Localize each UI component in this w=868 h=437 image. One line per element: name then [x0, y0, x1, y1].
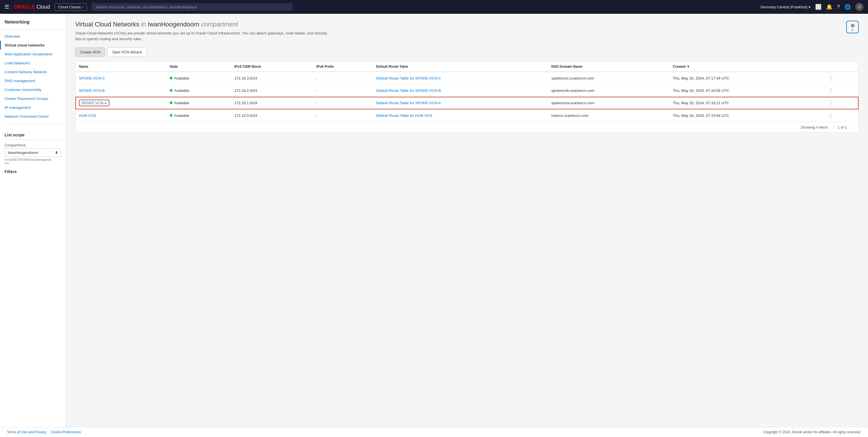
- sidebar-divider: [5, 124, 61, 125]
- notifications-icon[interactable]: 🔔: [826, 4, 832, 10]
- vcn-route-table-cell: Default Route Table for SPOKE-VCN-A: [373, 97, 548, 110]
- vcn-name-link[interactable]: HUB-VCN: [79, 114, 96, 118]
- prev-page-button[interactable]: ‹: [830, 124, 835, 130]
- vcn-action-cell: ⋮: [824, 110, 859, 122]
- row-actions-button[interactable]: ⋮: [827, 112, 834, 119]
- vcn-name-link[interactable]: SPOKE-VCN-C: [79, 76, 105, 81]
- route-table-link[interactable]: Default Route Table for HUB-VCN: [376, 114, 432, 118]
- region-chevron-icon: ▾: [809, 5, 811, 9]
- main-layout: Networking Overview Virtual cloud networ…: [0, 14, 868, 427]
- sidebar-item-vcn[interactable]: Virtual cloud networks: [0, 41, 66, 50]
- help-circle-icon: ⊕: [850, 22, 855, 29]
- col-dns: DNS Domain Name: [548, 62, 670, 72]
- vcn-name-link[interactable]: SPOKE-VCN-A: [79, 100, 110, 106]
- sidebar-item-dns[interactable]: DNS management: [0, 76, 66, 85]
- region-selector[interactable]: Germany Central (Frankfurt) ▾: [761, 5, 811, 9]
- table-row: SPOKE-VCN-BAvailable172.16.2.0/24-Defaul…: [75, 85, 859, 97]
- start-vcn-wizard-button[interactable]: Start VCN Wizard: [107, 48, 147, 57]
- copyright-text: Copyright © 2024, Oracle and/or its affi…: [763, 430, 861, 434]
- page-title-in: in: [141, 21, 148, 28]
- vcn-ipv4-cell: 172.16.0.0/24: [231, 110, 313, 122]
- compartment-select[interactable]: IwanHoogendoorn ⬍: [5, 149, 61, 157]
- sidebar-item-ncc[interactable]: Network Command Center: [0, 112, 66, 121]
- route-table-link[interactable]: Default Route Table for SPOKE-VCN-A: [376, 101, 441, 105]
- vcn-ipv6-cell: -: [313, 110, 373, 122]
- route-table-link[interactable]: Default Route Table for SPOKE-VCN-B: [376, 88, 441, 93]
- sidebar-item-cc[interactable]: Customer connectivity: [0, 85, 66, 94]
- action-row: Create VCN Start VCN Wizard: [75, 48, 859, 57]
- col-created[interactable]: Created ▼: [670, 62, 824, 72]
- sidebar-item-cdn[interactable]: Content Delivery Network: [0, 67, 66, 76]
- terms-link[interactable]: Terms of Use and Privacy: [7, 430, 46, 434]
- cookie-link[interactable]: Cookie Preferences: [51, 430, 81, 434]
- vcn-created-cell: Thu, May 16, 2024, 07:16:21 UTC: [670, 97, 824, 110]
- vcn-route-table-cell: Default Route Table for SPOKE-VCN-C: [373, 72, 548, 85]
- page-title-prefix: Virtual Cloud Networks: [75, 21, 141, 28]
- vcn-state-cell: Available: [166, 97, 231, 110]
- sidebar-item-lb[interactable]: Load balancers: [0, 59, 66, 67]
- page-title: Virtual Cloud Networks in IwanHoogendoor…: [75, 21, 334, 28]
- showing-items-label: Showing 4 items: [801, 125, 828, 129]
- sidebar-item-overview[interactable]: Overview: [0, 32, 66, 41]
- pagination-label: 1 of 1: [838, 125, 847, 129]
- table-footer: Showing 4 items ‹ 1 of 1 ›: [75, 122, 859, 132]
- vcn-state-cell: Available: [166, 72, 231, 85]
- create-vcn-button[interactable]: Create VCN: [75, 48, 105, 57]
- row-actions-button[interactable]: ⋮: [827, 100, 834, 106]
- sidebar-item-cpg[interactable]: Cluster Placement Groups: [0, 94, 66, 103]
- top-navigation: ☰ ORACLE Cloud Cloud Classic › Germany C…: [0, 0, 868, 14]
- help-icon-box[interactable]: ⊕ ⠿: [846, 21, 859, 33]
- table-header-row: Name State IPv4 CIDR Block IPv6 Prefix D…: [75, 62, 859, 72]
- vcn-dns-cell: spokevcnc.oraclevcn.com: [548, 72, 670, 85]
- row-actions-button[interactable]: ⋮: [827, 87, 834, 94]
- col-name: Name: [75, 62, 166, 72]
- page-title-compartment: IwanHoogendoorn: [148, 21, 199, 28]
- sidebar-item-ip[interactable]: IP management: [0, 103, 66, 112]
- vcn-table-container: Name State IPv4 CIDR Block IPv6 Prefix D…: [75, 61, 859, 133]
- user-avatar[interactable]: U: [856, 3, 863, 11]
- table-row: HUB-VCNAvailable172.16.0.0/24-Default Ro…: [75, 110, 859, 122]
- cloud-classic-button[interactable]: Cloud Classic ›: [55, 3, 87, 11]
- col-state: State: [166, 62, 231, 72]
- console-icon[interactable]: ⬜: [815, 4, 822, 10]
- row-actions-button[interactable]: ⋮: [827, 75, 834, 81]
- main-content: Virtual Cloud Networks in IwanHoogendoor…: [66, 14, 868, 427]
- vcn-table: Name State IPv4 CIDR Block IPv6 Prefix D…: [75, 62, 859, 122]
- hamburger-menu-icon[interactable]: ☰: [5, 4, 9, 10]
- vcn-name-link[interactable]: SPOKE-VCN-B: [79, 88, 105, 93]
- list-scope-title: List scope: [5, 133, 61, 137]
- vcn-route-table-cell: Default Route Table for SPOKE-VCN-B: [373, 85, 548, 97]
- oracle-logo: ORACLE Cloud: [14, 4, 50, 10]
- route-table-link[interactable]: Default Route Table for SPOKE-VCN-C: [376, 76, 441, 81]
- sort-icon: ▼: [687, 65, 690, 69]
- compartment-chevron-icon: ⬍: [55, 151, 58, 155]
- table-row: SPOKE-VCN-AAvailable172.16.1.0/24-Defaul…: [75, 97, 859, 110]
- sidebar-title: Networking: [0, 20, 66, 30]
- filters-section: Filters: [0, 169, 66, 174]
- vcn-created-cell: Thu, May 16, 2024, 07:16:58 UTC: [670, 85, 824, 97]
- compartment-value: IwanHoogendoorn: [8, 151, 38, 155]
- search-input[interactable]: [92, 3, 292, 11]
- language-icon[interactable]: 🌐: [844, 4, 851, 10]
- vcn-ipv4-cell: 172.16.1.0/24: [231, 97, 313, 110]
- compartment-path: (root)/NETWORK/IwanHoogendo orn: [5, 158, 61, 165]
- vcn-route-table-cell: Default Route Table for HUB-VCN: [373, 110, 548, 122]
- vcn-action-cell: ⋮: [824, 97, 859, 110]
- status-dot: [169, 101, 173, 104]
- col-ipv6: IPv6 Prefix: [313, 62, 373, 72]
- status-dot: [169, 77, 173, 80]
- status-dot: [169, 89, 173, 92]
- page-description: Virtual Cloud Networks (VCNs) are privat…: [75, 30, 334, 42]
- vcn-dns-cell: hubvcn.oraclevcn.com: [548, 110, 670, 122]
- help-icon[interactable]: ?: [837, 4, 840, 10]
- vcn-dns-cell: spokevcnb.oraclevcn.com: [548, 85, 670, 97]
- region-label: Germany Central (Frankfurt): [761, 5, 807, 9]
- table-row: SPOKE-VCN-CAvailable172.16.3.0/24-Defaul…: [75, 72, 859, 85]
- sidebar-item-waa[interactable]: Web Application Acceleration: [0, 50, 66, 59]
- vcn-state-cell: Available: [166, 85, 231, 97]
- next-page-button[interactable]: ›: [849, 124, 854, 130]
- vcn-dns-cell: spokevcna.oraclevcn.com: [548, 97, 670, 110]
- vcn-name-cell: SPOKE-VCN-B: [75, 85, 166, 97]
- vcn-ipv4-cell: 172.16.2.0/24: [231, 85, 313, 97]
- vcn-name-cell: SPOKE-VCN-C: [75, 72, 166, 85]
